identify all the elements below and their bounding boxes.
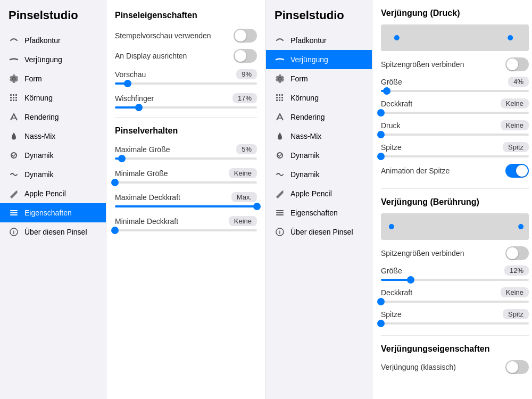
- druck-deckkraft-slider[interactable]: [381, 112, 529, 114]
- druck-animation-toggle[interactable]: [505, 164, 529, 178]
- pencil-icon: [275, 188, 285, 199]
- sidebar-item-eigenschaften[interactable]: Eigenschaften: [0, 203, 106, 222]
- svg-rect-0: [10, 94, 12, 96]
- druck-spitzengroessen-toggle[interactable]: [505, 57, 529, 71]
- stempelvorschau-toggle[interactable]: [234, 29, 257, 43]
- maxgroesse-value: 5%: [236, 144, 257, 154]
- beruehrung-spitzengroessen-row: Spitzengrößen verbinden: [381, 246, 529, 260]
- sidebar-item-form[interactable]: Form: [266, 69, 372, 88]
- mingroesse-row: Minimale Größe Keine: [115, 168, 257, 184]
- druck-spitze-slider[interactable]: [381, 155, 529, 157]
- beruehrung-spitzengroessen-toggle[interactable]: [505, 246, 529, 260]
- sidebar-item-dynamik1[interactable]: Dynamik: [0, 146, 106, 165]
- sidebar-item-label: Form: [24, 74, 42, 83]
- sidebar-item-nass-mix[interactable]: Nass-Mix: [0, 127, 106, 146]
- sidebar-item-dynamik2[interactable]: Dynamik: [0, 165, 106, 184]
- svg-rect-23: [281, 99, 283, 101]
- wischfinger-slider[interactable]: [115, 106, 257, 109]
- sidebar-item-apple-pencil[interactable]: Apple Pencil: [266, 184, 372, 203]
- sidebar-item-dynamik1[interactable]: Dynamik: [266, 146, 372, 165]
- sidebar-item-form[interactable]: Form: [0, 69, 106, 88]
- sidebar-item-eigenschaften[interactable]: Eigenschaften: [266, 203, 372, 222]
- sidebar-item-dynamik2[interactable]: Dynamik: [266, 165, 372, 184]
- druck-druck-label: Druck: [381, 121, 401, 130]
- left-nav: PfadkonturVerjüngungFormKörnungRendering…: [0, 31, 106, 242]
- beruehrung-groesse-row: Größe 12%: [381, 265, 529, 281]
- sidebar-item-ueber[interactable]: iÜber diesen Pinsel: [0, 222, 106, 242]
- druck-deckkraft-label: Deckkraft: [381, 99, 412, 108]
- druck-spitze-row: Spitze Spitz: [381, 142, 529, 157]
- druck-animation-row: Animation der Spitze: [381, 164, 529, 178]
- beruehrung-deckkraft-slider[interactable]: [381, 301, 529, 303]
- beruehrung-groesse-value: 12%: [504, 265, 529, 276]
- druck-groesse-value: 4%: [508, 77, 529, 87]
- andisplay-toggle[interactable]: [234, 49, 257, 63]
- klassisch-row: Verjüngung (klassisch): [381, 360, 529, 374]
- pencil-icon: [9, 188, 19, 199]
- sidebar-item-rendering[interactable]: Rendering: [0, 107, 106, 127]
- sidebar-item-pfadkontur[interactable]: Pfadkontur: [266, 31, 372, 50]
- mindeckkraft-slider[interactable]: [115, 229, 257, 231]
- sidebar-item-label: Eigenschaften: [290, 209, 338, 217]
- dynamic2-icon: [9, 169, 19, 180]
- divider-1: [115, 117, 257, 118]
- druck-section: Verjüngung (Druck) Spitzengrößen verbin: [381, 9, 529, 178]
- sidebar-item-label: Dynamik: [24, 170, 53, 179]
- sidebar-item-verjuengung[interactable]: Verjüngung: [0, 50, 106, 69]
- sidebar-item-apple-pencil[interactable]: Apple Pencil: [0, 184, 106, 203]
- svg-rect-6: [10, 99, 12, 101]
- sidebar-item-rendering[interactable]: Rendering: [266, 107, 372, 127]
- druck-groesse-slider[interactable]: [381, 90, 529, 92]
- svg-point-32: [389, 224, 394, 229]
- sidebar-item-label: Pfadkontur: [290, 36, 327, 45]
- sidebar-item-nass-mix[interactable]: Nass-Mix: [266, 127, 372, 146]
- maxgroesse-label: Maximale Größe: [115, 145, 170, 154]
- wischfinger-value: 17%: [232, 93, 257, 103]
- sidebar-item-koernung[interactable]: Körnung: [266, 88, 372, 107]
- druck-groesse-row: Größe 4%: [381, 77, 529, 92]
- sidebar-item-label: Nass-Mix: [24, 132, 55, 140]
- maxdeckkraft-label: Maximale Deckkraft: [115, 193, 180, 202]
- beruehrung-spitze-slider[interactable]: [381, 322, 529, 325]
- svg-point-31: [508, 35, 513, 40]
- svg-point-33: [518, 224, 523, 229]
- maxgroesse-row: Maximale Größe 5%: [115, 144, 257, 160]
- druck-groesse-label: Größe: [381, 78, 402, 86]
- beruehrung-groesse-label: Größe: [381, 267, 402, 275]
- beruehrung-deckkraft-row: Deckkraft Keine: [381, 287, 529, 303]
- beruehrung-spitze-row: Spitze Spitz: [381, 309, 529, 325]
- druck-spitzengroessen-row: Spitzengrößen verbinden: [381, 57, 529, 71]
- svg-rect-21: [276, 99, 278, 101]
- svg-rect-22: [279, 99, 280, 101]
- mingroesse-slider[interactable]: [115, 181, 257, 184]
- sidebar-item-koernung[interactable]: Körnung: [0, 88, 106, 107]
- sidebar-item-label: Über diesen Pinsel: [24, 228, 87, 236]
- sidebar-item-verjuengung[interactable]: Verjüngung: [266, 50, 372, 69]
- svg-rect-10: [10, 210, 18, 211]
- beruehrung-spitzengroessen-label: Spitzengrößen verbinden: [381, 249, 464, 257]
- sidebar-item-label: Pfadkontur: [24, 36, 61, 45]
- maxdeckkraft-slider[interactable]: [115, 205, 257, 207]
- beruehrung-groesse-slider[interactable]: [381, 279, 529, 281]
- svg-text:i: i: [13, 229, 15, 235]
- druck-druck-slider[interactable]: [381, 134, 529, 136]
- grain-icon: [9, 93, 19, 103]
- divider-right-2: [381, 335, 529, 336]
- sidebar-item-ueber[interactable]: iÜber diesen Pinsel: [266, 222, 372, 242]
- maxgroesse-slider[interactable]: [115, 157, 257, 160]
- sidebar-item-label: Über diesen Pinsel: [290, 228, 353, 236]
- druck-preview: [381, 24, 529, 51]
- druck-druck-row: Druck Keine: [381, 120, 529, 136]
- svg-rect-4: [13, 97, 14, 98]
- sidebar-item-label: Form: [290, 74, 308, 83]
- mingroesse-label: Minimale Größe: [115, 169, 168, 178]
- klassisch-toggle[interactable]: [505, 360, 529, 374]
- sidebar-item-label: Rendering: [290, 113, 325, 121]
- info-icon: i: [275, 227, 285, 237]
- sidebar-item-label: Dynamik: [290, 151, 319, 160]
- vorschau-slider[interactable]: [115, 82, 257, 85]
- svg-text:i: i: [279, 229, 281, 235]
- beruehrung-spitze-value: Spitz: [503, 309, 529, 319]
- sidebar-item-pfadkontur[interactable]: Pfadkontur: [0, 31, 106, 50]
- druck-spitzengroessen-label: Spitzengrößen verbinden: [381, 60, 464, 69]
